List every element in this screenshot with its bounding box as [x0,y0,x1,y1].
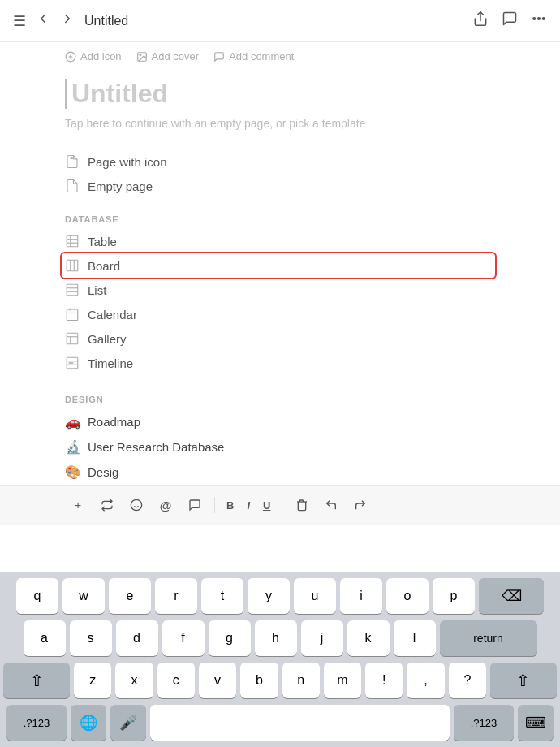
toolbar-separator-1 [214,497,215,513]
database-list: Table Board List Cal [65,229,495,375]
key-keyboard[interactable]: ⌨ [518,705,554,741]
user-research-emoji: 🔬 [65,439,80,455]
page-actions: Add icon Add cover Add comment [0,42,560,71]
key-j[interactable]: j [301,620,343,656]
key-y[interactable]: y [248,578,290,614]
toolbar-emoji-button[interactable] [123,492,149,518]
toolbar-redo-button[interactable] [347,492,373,518]
key-f[interactable]: f [162,620,205,656]
key-d[interactable]: d [116,620,158,656]
template-page-with-icon[interactable]: Page with icon [65,149,495,174]
toolbar-delete-button[interactable] [289,492,315,518]
empty-page-icon [65,179,80,193]
key-z[interactable]: z [74,663,111,698]
design-item-roadmap[interactable]: 🚗 Roadmap [65,409,495,434]
table-icon [65,234,80,248]
db-item-calendar[interactable]: Calendar [65,302,495,326]
key-shift-right[interactable]: ⇧ [490,663,557,698]
key-i[interactable]: i [340,578,382,614]
key-g[interactable]: g [209,620,251,656]
toolbar-mention-button[interactable]: @ [153,492,179,518]
key-o[interactable]: o [386,578,429,614]
toolbar-italic-button[interactable]: I [242,496,255,515]
add-comment-button[interactable]: Add comment [213,50,294,63]
menu-icon[interactable]: ☰ [13,12,26,30]
design-item-design[interactable]: 🎨 Desig [65,460,495,485]
forward-icon[interactable] [60,11,75,30]
svg-point-31 [131,499,141,510]
key-shift[interactable]: ⇧ [3,663,70,698]
back-icon[interactable] [36,11,50,30]
database-section-label: DATABASE [65,214,495,224]
design-emoji: 🎨 [65,464,80,480]
keyboard: q w e r t y u i o p ⌫ a s d f g h j k l … [0,572,560,747]
key-b[interactable]: b [240,663,278,698]
key-comma[interactable]: , [407,663,444,698]
key-delete[interactable]: ⌫ [479,578,544,614]
toolbar-add-button[interactable]: + [65,492,91,518]
add-cover-button[interactable]: Add cover [136,50,200,63]
key-s[interactable]: s [70,620,112,656]
toolbar-turn-into-button[interactable] [94,492,120,518]
key-w[interactable]: w [62,578,105,614]
key-h[interactable]: h [255,620,297,656]
nav-right [472,11,547,31]
db-item-timeline[interactable]: Timeline [65,351,495,375]
comment-icon[interactable] [502,11,518,31]
toolbar-bold-button[interactable]: B [222,496,239,515]
key-n[interactable]: n [282,663,320,698]
svg-rect-24 [67,333,78,344]
key-t[interactable]: t [201,578,243,614]
template-list: Page with icon Empty page [65,149,495,198]
key-k[interactable]: k [347,620,390,656]
share-icon[interactable] [472,11,489,31]
db-item-table[interactable]: Table [65,229,495,253]
svg-rect-9 [71,157,73,159]
key-c[interactable]: c [157,663,195,698]
list-icon [65,283,80,297]
key-e[interactable]: e [109,578,151,614]
key-r[interactable]: r [155,578,197,614]
toolbar-separator-2 [282,497,282,513]
template-empty-page[interactable]: Empty page [65,174,495,198]
toolbar-underline-button[interactable]: U [258,496,275,515]
key-l[interactable]: l [394,620,436,656]
key-x[interactable]: x [115,663,153,698]
key-u[interactable]: u [294,578,336,614]
page-title[interactable]: Untitled [65,79,495,109]
key-num1[interactable]: .?123 [6,705,67,741]
keyboard-row-2: a s d f g h j k l return [3,620,557,656]
nav-bar: ☰ Untitled [0,0,560,42]
svg-rect-14 [67,260,78,271]
key-mic[interactable]: 🎤 [110,705,146,741]
more-icon[interactable] [531,11,547,31]
db-item-gallery[interactable]: Gallery [65,326,495,351]
svg-point-8 [140,54,141,56]
roadmap-emoji: 🚗 [65,414,80,430]
key-p[interactable]: p [433,578,475,614]
design-item-user-research[interactable]: 🔬 User Research Database [65,434,495,460]
db-item-list[interactable]: List [65,278,495,302]
add-icon-button[interactable]: Add icon [65,50,122,63]
key-exclamation[interactable]: ! [365,663,403,698]
page-subtitle: Tap here to continue with an empty page,… [65,117,495,130]
toolbar-undo-button[interactable] [318,492,344,518]
svg-rect-10 [67,235,78,247]
key-return[interactable]: return [440,620,537,656]
key-num2[interactable]: .?123 [454,705,514,741]
key-a[interactable]: a [24,620,66,656]
svg-point-1 [533,18,536,20]
nav-left: ☰ Untitled [13,11,128,30]
nav-title: Untitled [84,14,128,28]
key-m[interactable]: m [324,663,361,698]
keyboard-bottom-row: .?123 🌐 🎤 .?123 ⌨ [3,705,557,744]
toolbar-comment-button[interactable] [182,492,208,518]
design-list: 🚗 Roadmap 🔬 User Research Database 🎨 Des… [65,409,495,485]
key-v[interactable]: v [199,663,236,698]
key-globe[interactable]: 🌐 [71,705,106,741]
key-q[interactable]: q [16,578,58,614]
db-item-board[interactable]: Board [62,253,495,278]
key-question[interactable]: ? [449,663,486,698]
key-space[interactable] [150,705,450,741]
keyboard-row-3: ⇧ z x c v b n m ! , ? ⇧ [3,663,557,698]
